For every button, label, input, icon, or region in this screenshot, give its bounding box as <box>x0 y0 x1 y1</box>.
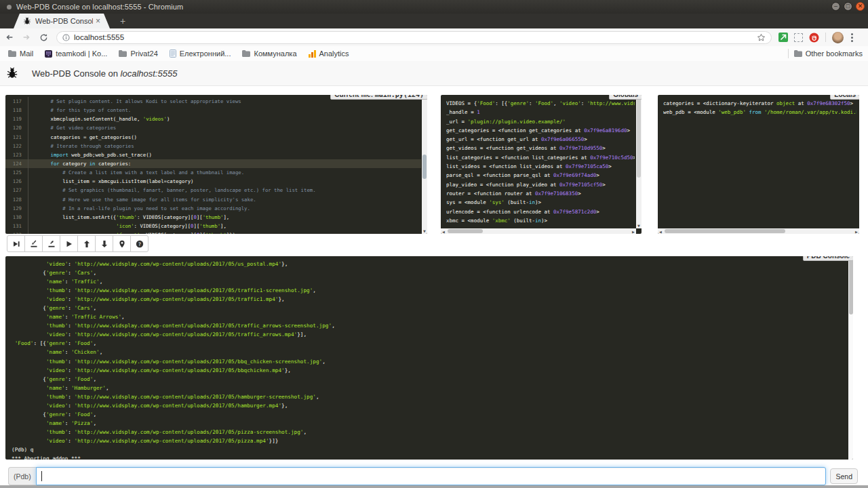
extension-blocker-icon[interactable] <box>809 33 819 43</box>
continue-button[interactable] <box>60 235 78 252</box>
bookmark-item[interactable]: Privat24 <box>119 49 157 58</box>
console-line: 'name': 'Chicken', <box>12 348 846 357</box>
page-title: Web-PDB Console on localhost:5555 <box>32 68 177 79</box>
next-button[interactable] <box>7 235 25 252</box>
pdb-command-input[interactable] <box>36 467 827 485</box>
globals-line: parse_qsl = <function parse_qsl at 0x7f9… <box>446 171 635 180</box>
globals-list: VIDEOS = {'Food': [{'genre': 'Food', 'vi… <box>446 99 635 227</box>
extension-capture-icon[interactable] <box>794 33 803 42</box>
code-line: 129 # In a real-life plugin you need to … <box>5 204 421 213</box>
window-icon <box>7 5 12 9</box>
back-icon[interactable] <box>2 30 17 44</box>
window-titlebar: Web-PDB Console on localhost:5555 - Chro… <box>0 0 868 14</box>
profile-avatar[interactable] <box>832 32 844 43</box>
bookmark-item[interactable]: Mail <box>8 49 33 58</box>
code-line: 118 # for this type of content. <box>5 106 421 115</box>
where-button[interactable] <box>113 235 131 252</box>
bookmark-item[interactable]: Коммуналка <box>242 49 296 58</box>
address-text[interactable]: localhost:5555 <box>74 33 757 41</box>
bookmark-label: Mail <box>20 49 33 58</box>
console-line: 'video': 'http://www.vidsplay.com/wp-con… <box>12 436 846 445</box>
globals-line: xbmc = <module 'xbmc' (built-in)> <box>446 216 635 225</box>
scroll-left-icon[interactable]: ◀ <box>441 229 446 234</box>
globals-line: list_categories = <function list_categor… <box>446 153 635 162</box>
line-number: 118 <box>5 106 28 115</box>
up-button[interactable] <box>77 235 96 252</box>
folder-icon <box>119 50 127 57</box>
other-bookmarks-label: Other bookmarks <box>806 49 863 58</box>
help-button[interactable]: ? <box>130 235 149 252</box>
globals-line: _handle = 1 <box>446 108 635 117</box>
locals-line: web_pdb = <module 'web_pdb' from '/home/… <box>663 108 856 117</box>
bookmarks-bar: Mailteamkodi | Ko...Privat24Електронний.… <box>0 46 868 61</box>
console-output: 'video': 'http://www.vidsplay.com/wp-con… <box>12 260 846 460</box>
folder-icon <box>242 50 250 57</box>
step-into-icon <box>30 240 38 248</box>
pdb-prompt-label: (Pdb) <box>8 467 36 485</box>
close-button[interactable]: ✕ <box>856 2 865 11</box>
locals-panel: Locals categories = <dictionary-keyitera… <box>658 95 859 234</box>
scroll-left-icon[interactable]: ◀ <box>658 229 663 234</box>
maximize-button[interactable]: □ <box>844 2 852 11</box>
globals-vscrollbar[interactable]: ▼ <box>636 95 642 228</box>
step-button[interactable] <box>24 235 43 252</box>
scroll-down-icon[interactable]: ▼ <box>636 223 642 228</box>
bookmark-item[interactable]: Analytics <box>309 49 349 58</box>
forward-icon[interactable] <box>19 30 34 44</box>
line-number: 122 <box>5 142 28 150</box>
toolbar-divider <box>825 33 826 42</box>
console-line: 'name': 'Traffic', <box>12 277 846 286</box>
console-line: 'name': 'Pizza', <box>12 419 846 428</box>
bookmark-label: Analytics <box>319 49 349 58</box>
browser-tab[interactable]: Web-PDB Console on loca × <box>14 14 110 28</box>
browser-toolbar: localhost:5555 <box>0 28 868 47</box>
globals-hscrollbar[interactable]: ◀ ▶ <box>441 228 636 234</box>
console-line: 'video': 'http://www.vidsplay.com/wp-con… <box>12 295 846 304</box>
console-scrollbar[interactable] <box>848 256 853 460</box>
code-line: 127 # Set graphics (thumbnail, fanart, b… <box>5 186 421 195</box>
scroll-down-icon[interactable]: ▼ <box>422 228 427 234</box>
locals-hscrollbar[interactable]: ◀ ▶ <box>658 228 859 234</box>
minimize-button[interactable]: – <box>831 2 840 11</box>
line-number: 128 <box>5 195 28 204</box>
arrow-down-icon <box>100 240 108 248</box>
globals-line: get_url = <function get_url at 0x7f9e6a0… <box>446 135 635 144</box>
tab-close-icon[interactable]: × <box>96 18 100 24</box>
line-number: 127 <box>5 186 28 195</box>
svg-text:?: ? <box>138 241 141 247</box>
bookmark-item[interactable]: Електронний... <box>170 49 231 58</box>
bookmark-item[interactable]: teamkodi | Ko... <box>45 49 107 58</box>
down-button[interactable] <box>95 235 113 252</box>
info-icon[interactable] <box>62 34 70 41</box>
reload-icon[interactable] <box>36 30 51 44</box>
extension-green-arrow-icon[interactable] <box>778 33 788 42</box>
new-tab-button[interactable]: + <box>115 15 130 28</box>
address-bar[interactable]: localhost:5555 <box>56 31 772 44</box>
scroll-right-icon[interactable]: ▶ <box>854 229 859 234</box>
globals-line: get_videos = <function get_videos at 0x7… <box>446 144 635 152</box>
code-line: 120 # Get video categories <box>5 123 421 132</box>
other-bookmarks-button[interactable]: Other bookmarks <box>794 49 863 58</box>
analytics-icon <box>309 50 316 58</box>
browser-menu-icon[interactable] <box>851 33 853 42</box>
scroll-right-icon[interactable]: ▶ <box>631 229 636 234</box>
bookmark-star-icon[interactable] <box>757 33 766 42</box>
globals-line: get_categories = <function get_categorie… <box>446 126 635 135</box>
line-number: 119 <box>5 115 28 123</box>
debug-toolbar: ? <box>7 235 149 252</box>
tab-title: Web-PDB Console on loca <box>35 17 93 25</box>
folder-icon <box>8 50 16 57</box>
bookmark-label: teamkodi | Ko... <box>56 49 107 58</box>
code-scrollbar[interactable]: ▼ <box>422 95 427 234</box>
code-line: 130 list_item.setArt({'thumb': VIDEOS[ca… <box>5 213 421 222</box>
console-line: 'video': 'http://www.vidsplay.com/wp-con… <box>12 260 846 268</box>
return-button[interactable] <box>42 235 60 252</box>
line-number: 117 <box>5 97 28 106</box>
screen: Web-PDB Console on localhost:5555 - Chro… <box>0 0 868 488</box>
globals-line: sys = <module 'sys' (built-in)> <box>446 198 635 207</box>
send-button[interactable]: Send <box>830 468 858 484</box>
code-line: 128 # Here we use the same image for all… <box>5 195 421 204</box>
folder-icon <box>794 50 802 57</box>
line-number: 124 <box>5 159 28 168</box>
line-number: 129 <box>5 204 28 213</box>
